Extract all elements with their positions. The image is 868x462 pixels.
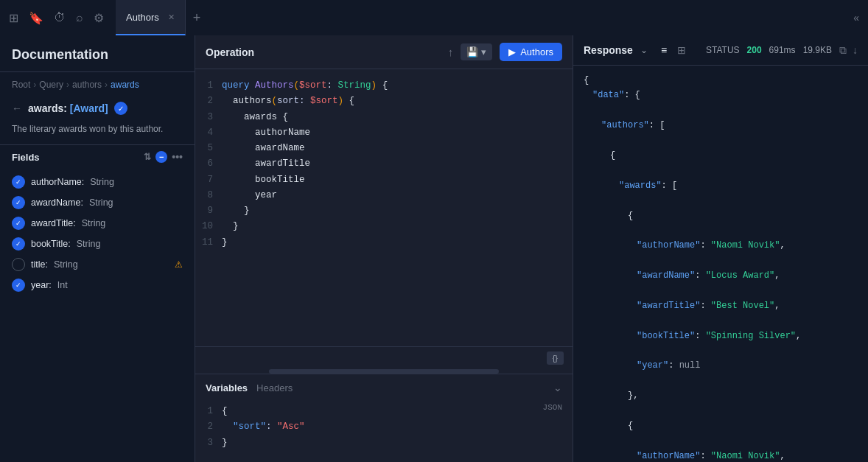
response-body: { "data": { "authors": [ { "awards": [ {… xyxy=(573,66,868,462)
field-type-label: String xyxy=(54,259,78,270)
field-type-label: String xyxy=(90,177,114,187)
field-type-label: String xyxy=(82,218,106,228)
response-size: 19.9KB xyxy=(803,45,832,55)
field-name-label: year: xyxy=(31,280,52,290)
run-icon: ▶ xyxy=(508,46,516,57)
breadcrumb-authors[interactable]: authors xyxy=(72,80,102,90)
code-line: 1 { xyxy=(195,404,573,419)
fields-header-actions: ⇅ − ••• xyxy=(144,151,183,163)
run-button[interactable]: ▶ Authors xyxy=(500,43,562,61)
tab-label: Authors xyxy=(126,12,159,23)
tab-variables[interactable]: Variables xyxy=(206,382,248,393)
share-icon[interactable]: ↑ xyxy=(448,46,454,58)
breadcrumb-root[interactable]: Root xyxy=(12,80,30,90)
search-icon[interactable]: ⌕ xyxy=(76,11,83,24)
download-response-icon[interactable]: ↓ xyxy=(853,44,858,56)
sort-icon[interactable]: ⇅ xyxy=(144,152,151,162)
breadcrumb-query[interactable]: Query xyxy=(39,80,63,90)
status-label: STATUS xyxy=(706,45,740,55)
response-title: Response xyxy=(584,44,633,56)
top-bar-icons: ⊞ 🔖 ⏱ ⌕ ⚙ xyxy=(9,11,104,25)
code-footer: {} xyxy=(195,346,573,369)
list-view-icon[interactable]: ≡ xyxy=(658,43,670,57)
list-item: ✓ year: Int xyxy=(0,275,195,295)
field-name-label: authorName: xyxy=(31,177,84,187)
code-line: 10 } xyxy=(195,219,573,234)
field-name-label: title: xyxy=(31,259,48,270)
grid-icon[interactable]: ⊞ xyxy=(9,11,18,25)
fields-header: Fields ⇅ − ••• xyxy=(0,144,195,169)
tab-add-icon[interactable]: + xyxy=(186,10,209,26)
save-button[interactable]: 💾 ▾ xyxy=(461,43,492,60)
copy-response-icon[interactable]: ⧉ xyxy=(839,44,847,57)
tab-headers[interactable]: Headers xyxy=(256,382,293,393)
list-item: ✓ bookTitle: String xyxy=(0,234,195,254)
response-dropdown-icon[interactable]: ⌄ xyxy=(640,45,648,55)
field-checkbox[interactable]: ✓ xyxy=(12,279,25,292)
breadcrumb: Root › Query › authors › awards xyxy=(0,72,195,97)
response-time: 691ms xyxy=(769,45,796,55)
code-editor[interactable]: 1 query Authors($sort: String) { 2 autho… xyxy=(195,69,573,346)
response-header: Response ⌄ ≡ ⊞ STATUS 200 691ms 19.9KB ⧉… xyxy=(573,35,868,66)
back-icon[interactable]: ← xyxy=(12,102,22,114)
status-code: 200 xyxy=(747,45,762,55)
code-line: 5 awardName xyxy=(195,141,573,156)
field-type-label: String xyxy=(89,197,113,208)
bookmark-icon[interactable]: 🔖 xyxy=(29,11,43,25)
documentation-title: Documentation xyxy=(0,35,195,72)
field-name-label: bookTitle: xyxy=(31,239,71,249)
collapse-sidebar-icon[interactable]: « xyxy=(853,12,859,24)
variables-tabs: Variables Headers xyxy=(206,382,293,393)
code-line: 6 awardTitle xyxy=(195,156,573,172)
field-checkbox[interactable]: ✓ xyxy=(12,237,25,251)
list-item: ✓ awardTitle: String xyxy=(0,213,195,234)
breadcrumb-awards[interactable]: awards xyxy=(111,80,139,90)
table-view-icon[interactable]: ⊞ xyxy=(674,43,689,57)
field-checkbox[interactable]: ✓ xyxy=(12,175,25,189)
operation-actions: ↑ 💾 ▾ ▶ Authors xyxy=(448,43,562,61)
code-line: 3 awards { xyxy=(195,110,573,125)
code-line: 11 } xyxy=(195,235,573,251)
left-panel: Documentation Root › Query › authors › a… xyxy=(0,35,195,462)
field-name: awards: [Award] xyxy=(28,102,108,114)
checked-icon: ✓ xyxy=(114,102,127,115)
code-line: 8 year xyxy=(195,188,573,203)
field-checkbox[interactable]: ✓ xyxy=(12,217,25,230)
code-line: 7 bookTitle xyxy=(195,172,573,188)
list-item: ✓ authorName: String xyxy=(0,172,195,192)
list-item: ✓ awardName: String xyxy=(0,192,195,213)
field-name-label: awardName: xyxy=(31,197,83,208)
main-layout: Documentation Root › Query › authors › a… xyxy=(0,35,868,462)
fields-list: ✓ authorName: String ✓ awardName: String… xyxy=(0,169,195,462)
code-line: 3 } xyxy=(195,435,573,451)
code-line: 1 query Authors($sort: String) { xyxy=(195,78,573,94)
field-checkbox[interactable]: ✓ xyxy=(12,196,25,209)
code-line: 2 authors(sort: $sort) { xyxy=(195,94,573,109)
save-label: ▾ xyxy=(481,46,486,57)
right-panel: Response ⌄ ≡ ⊞ STATUS 200 691ms 19.9KB ⧉… xyxy=(573,35,868,462)
back-bar: ← awards: [Award] ✓ xyxy=(0,97,195,118)
json-label: JSON xyxy=(543,401,562,415)
code-line: 2 "sort": "Asc" xyxy=(195,419,573,435)
variables-header: Variables Headers ⌄ xyxy=(195,374,573,401)
variables-code-editor[interactable]: JSON 1 { 2 "sort": "Asc" 3 } xyxy=(195,401,573,457)
code-line: 9 } xyxy=(195,203,573,219)
tab-close-icon[interactable]: ✕ xyxy=(168,13,175,22)
list-item: title: String ⚠ xyxy=(0,254,195,275)
field-name-label: awardTitle: xyxy=(31,218,76,228)
tabs-area: Authors ✕ + xyxy=(116,0,841,35)
prettify-button[interactable]: {} xyxy=(547,351,564,365)
expand-icon[interactable]: ⌄ xyxy=(553,382,562,393)
operation-title: Operation xyxy=(206,46,254,58)
field-checkbox[interactable] xyxy=(12,258,25,271)
field-type-label: Int xyxy=(57,280,68,290)
authors-tab[interactable]: Authors ✕ xyxy=(116,0,186,35)
run-label: Authors xyxy=(520,46,553,57)
warning-icon: ⚠ xyxy=(175,259,183,270)
history-icon[interactable]: ⏱ xyxy=(54,11,66,24)
settings-icon[interactable]: ⚙ xyxy=(94,11,104,25)
deselect-all-icon[interactable]: − xyxy=(155,151,167,163)
variables-section: Variables Headers ⌄ JSON 1 { 2 "sort": "… xyxy=(195,374,573,462)
top-bar: ⊞ 🔖 ⏱ ⌕ ⚙ Authors ✕ + « xyxy=(0,0,868,35)
more-options-icon[interactable]: ••• xyxy=(172,151,183,163)
